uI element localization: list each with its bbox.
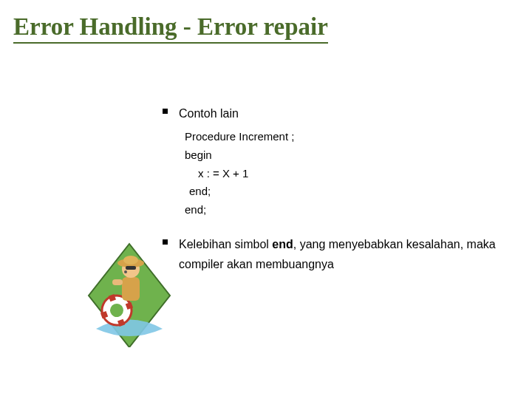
slide: Error Handling - Error repair Contoh lai… bbox=[0, 0, 532, 399]
code-line: end; bbox=[189, 183, 502, 201]
code-line: begin bbox=[185, 146, 502, 165]
lifeguard-illustration bbox=[81, 236, 177, 347]
svg-rect-13 bbox=[126, 266, 136, 270]
code-line: x : = X + 1 bbox=[198, 165, 502, 183]
svg-rect-7 bbox=[122, 277, 140, 301]
svg-point-11 bbox=[123, 256, 138, 265]
bullet-1-text: Contoh lain bbox=[179, 107, 239, 120]
slide-content: Contoh lain Procedure Increment ; begin … bbox=[163, 103, 502, 274]
bullet-square-icon bbox=[163, 109, 168, 114]
code-line: end; bbox=[185, 201, 502, 219]
code-line: Procedure Increment ; bbox=[185, 128, 502, 146]
slide-title: Error Handling - Error repair bbox=[13, 13, 328, 44]
code-block: Procedure Increment ; begin x : = X + 1 … bbox=[185, 128, 502, 219]
svg-point-12 bbox=[124, 270, 127, 273]
bullet-2-bold: end bbox=[272, 238, 293, 250]
bullet-item-2: Kelebihan simbol end, yang menyebabkan k… bbox=[163, 234, 502, 274]
svg-rect-8 bbox=[112, 279, 123, 285]
bullet-item-1: Contoh lain bbox=[163, 103, 502, 123]
bullet-2-pre: Kelebihan simbol bbox=[179, 238, 272, 250]
